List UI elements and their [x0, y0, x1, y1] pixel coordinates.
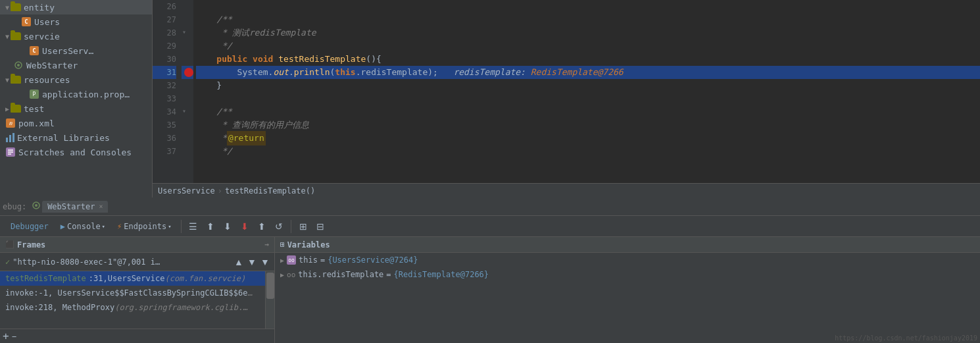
file-tree: ▼ entity C Users ▼ servcie — [0, 0, 153, 198]
bar-chart-icon — [5, 132, 16, 143]
expand-icon2[interactable]: ▶ — [280, 271, 284, 278]
fold-arrow[interactable]: ▾ — [182, 28, 186, 36]
debug-label: ebug: — [3, 202, 26, 211]
sidebar-item-webstarter[interactable]: WebStarter — [0, 58, 152, 72]
chevron-icon: ▼ — [5, 4, 9, 11]
code-line-34: /** — [196, 105, 980, 119]
code-line-30: public void testRedisTemplate (){ — [196, 53, 980, 66]
list-view-btn[interactable]: ☰ — [185, 219, 201, 234]
oo-prefix: oo — [287, 271, 295, 279]
sidebar-item-appprops[interactable]: P application.prop… — [0, 87, 152, 101]
divider2 — [291, 220, 291, 233]
chevron-icon: ▶ — [5, 105, 9, 113]
sidebar-item-label: test — [24, 104, 44, 114]
table-btn[interactable]: ⊞ — [295, 219, 311, 234]
folder-icon — [11, 103, 21, 114]
sidebar-item-users[interactable]: C Users — [0, 14, 152, 29]
breakpoint-indicator — [184, 68, 193, 77]
code-line-37: */ — [196, 145, 980, 158]
console-arrow: ▾ — [102, 223, 105, 230]
frames-expand-btn[interactable]: → — [264, 240, 269, 249]
sidebar-item-test[interactable]: ▶ test — [0, 101, 152, 116]
variables-title: Variables — [287, 240, 330, 250]
folder-icon — [11, 74, 21, 85]
sidebar-item-label: UsersServ… — [42, 46, 93, 56]
endpoints-label: Endpoints — [124, 222, 166, 231]
scrollbar-thumb[interactable] — [266, 273, 274, 299]
frame-item-invoke1[interactable]: invoke:-1, UsersService$$FastClassBySpri… — [0, 286, 265, 300]
divider — [181, 220, 182, 233]
expand-icon[interactable]: ▶ — [280, 257, 284, 264]
sidebar-item-servcie[interactable]: ▼ servcie — [0, 29, 152, 43]
breadcrumb: UsersService › testRedisTemplate() — [153, 183, 980, 198]
properties-icon: P — [29, 89, 39, 99]
folder-icon — [11, 31, 21, 41]
thread-down-btn[interactable]: ▼ — [245, 255, 258, 269]
frames-panel: ⬛ Frames → ✓ "http-nio-8080-exec-1"@7,00… — [0, 237, 275, 343]
frames-icon: ⬛ — [5, 240, 14, 249]
debugger-label: Debugger — [11, 222, 49, 231]
console-icon: ▶ — [61, 222, 65, 231]
step-out-btn[interactable]: ⬆ — [254, 219, 270, 234]
thread-filter-btn[interactable]: ▼ — [258, 255, 272, 269]
frame-list[interactable]: testRedisTemplate :31, UsersService (com… — [0, 271, 265, 329]
code-line-29: */ — [196, 40, 980, 53]
scratch-icon — [6, 147, 15, 157]
variables-icon: ⊞ — [280, 240, 285, 249]
maven-icon: m — [5, 118, 16, 128]
debugger-tab-btn[interactable]: Debugger — [5, 221, 54, 232]
grid-btn[interactable]: ⊟ — [312, 219, 328, 234]
sidebar-item-entity[interactable]: ▼ entity — [0, 0, 152, 14]
class-icon: C — [29, 45, 39, 56]
line-numbers: 26 27 28 29 30 31 32 33 34 35 36 37 — [153, 0, 182, 183]
frame-item-selected[interactable]: testRedisTemplate :31, UsersService (com… — [0, 271, 265, 286]
debug-panel: ebug: WebStarter × Debugger ▶ Console ▾ — [0, 198, 980, 343]
sidebar-item-label: entity — [24, 3, 55, 13]
frame-list-container: testRedisTemplate :31, UsersService (com… — [0, 271, 274, 329]
thread-up-btn[interactable]: ▲ — [232, 255, 245, 269]
variable-list[interactable]: ▶ oo this = {UsersService@7264} ▶ oo thi… — [275, 253, 980, 343]
gutter: ▾ ▾ — [182, 0, 193, 183]
console-label: Console — [67, 222, 101, 231]
endpoints-tab-btn[interactable]: ⚡ Endpoints ▾ — [112, 221, 177, 232]
sidebar-item-scratches[interactable]: Scratches and Consoles — [0, 145, 152, 159]
step-over-btn[interactable]: ⬆ — [203, 219, 218, 234]
sidebar-item-resources[interactable]: ▼ resources — [0, 72, 152, 87]
tab-close-button[interactable]: × — [99, 203, 103, 210]
webstarter-icon — [32, 201, 41, 212]
chevron-icon: ▼ — [5, 76, 9, 84]
code-content[interactable]: /** * 测试redisTemplate */ public void — [193, 0, 980, 183]
debug-toolbar: Debugger ▶ Console ▾ ⚡ Endpoints ▾ ☰ ⬆ ⬇… — [0, 216, 980, 237]
step-down-btn[interactable]: ⬇ — [220, 219, 235, 234]
sidebar-item-usersserv[interactable]: C UsersServ… — [0, 43, 152, 58]
var-type-icon: oo — [287, 255, 296, 265]
debug-panels: ⬛ Frames → ✓ "http-nio-8080-exec-1"@7,00… — [0, 237, 980, 343]
fold-arrow[interactable]: ▾ — [182, 107, 186, 115]
breadcrumb-service: UsersService — [158, 186, 215, 196]
variables-header: ⊞ Variables — [275, 237, 980, 253]
sidebar-item-extlibs[interactable]: External Libraries — [0, 130, 152, 145]
frames-bottom: + − — [0, 329, 274, 343]
code-line-26 — [196, 0, 980, 13]
frame-item-invoke2[interactable]: invoke:218, MethodProxy (org.springframe… — [0, 300, 265, 315]
sidebar-item-label: External Libraries — [17, 133, 110, 143]
sidebar-item-label: resources — [24, 75, 70, 85]
sidebar-item-label: Scratches and Consoles — [18, 147, 132, 157]
console-tab-btn[interactable]: ▶ Console ▾ — [55, 221, 110, 232]
variables-panel: ⊞ Variables ▶ oo this = {UsersService@72… — [275, 237, 980, 343]
settings-icon — [13, 60, 24, 70]
debug-tabbar: ebug: WebStarter × — [0, 198, 980, 216]
minus-btn[interactable]: − — [12, 332, 16, 341]
frames-title: Frames — [17, 240, 45, 250]
var-item-redistemplate[interactable]: ▶ oo this.redisTemplate = {RedisTemplate… — [275, 267, 980, 282]
var-item-this[interactable]: ▶ oo this = {UsersService@7264} — [275, 253, 980, 267]
debug-tab-webstarter[interactable]: WebStarter × — [42, 201, 108, 213]
add-watch-btn[interactable]: + — [3, 330, 9, 342]
frames-scrollbar[interactable] — [265, 271, 274, 329]
sidebar-item-pomxml[interactable]: m pom.xml — [0, 116, 152, 130]
step-into-btn[interactable]: ⬇ — [237, 219, 253, 234]
svg-point-10 — [35, 204, 37, 207]
code-line-31: System. out . println ( this .redisTempl… — [196, 66, 980, 79]
reset-btn[interactable]: ↺ — [271, 219, 287, 234]
endpoints-arrow: ▾ — [168, 223, 171, 230]
